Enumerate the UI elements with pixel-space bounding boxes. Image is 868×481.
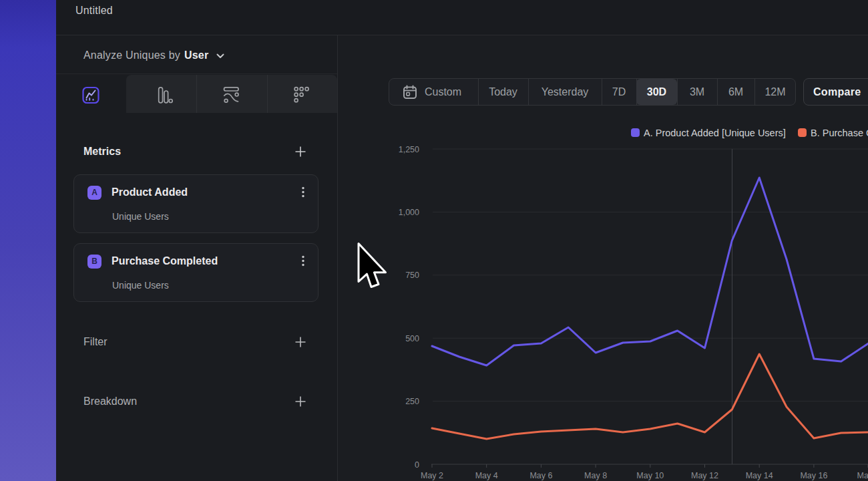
svg-text:1,250: 1,250 [399,145,419,154]
svg-text:250: 250 [405,397,419,406]
svg-text:May 6: May 6 [529,471,552,480]
svg-text:May 4: May 4 [475,471,498,480]
svg-text:750: 750 [405,271,419,280]
svg-text:500: 500 [405,334,419,343]
svg-text:May 12: May 12 [691,471,718,480]
svg-text:May 2: May 2 [421,471,443,480]
svg-text:May 8: May 8 [584,471,607,480]
svg-text:May 10: May 10 [636,471,664,480]
svg-text:May 16: May 16 [800,471,827,480]
svg-text:May 14: May 14 [746,471,773,480]
svg-text:1,000: 1,000 [399,208,419,217]
svg-text:0: 0 [415,460,419,470]
svg-text:May 18: May 18 [857,471,868,480]
